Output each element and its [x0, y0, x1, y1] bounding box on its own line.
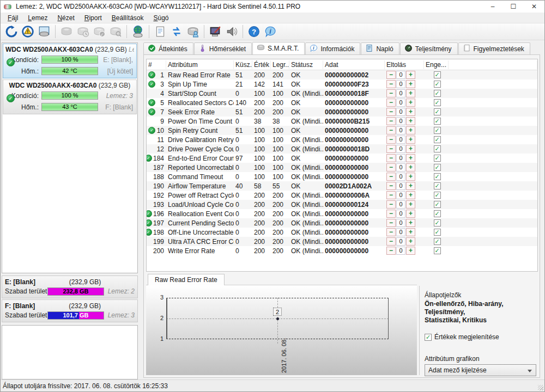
- enabled-checkbox[interactable]: ✓: [434, 90, 441, 97]
- offset-minus-button[interactable]: −: [386, 99, 396, 107]
- smart-attribute-row[interactable]: ✓198Off-Line Uncorrectable ...0200200OK …: [147, 228, 537, 237]
- smart-attribute-row[interactable]: 200Write Error Rate0200200OK (Mindi...00…: [147, 246, 537, 255]
- enabled-checkbox[interactable]: ✓: [434, 192, 441, 199]
- offset-plus-button[interactable]: +: [406, 247, 415, 255]
- info-icon[interactable]: i: [262, 24, 278, 39]
- help-icon[interactable]: ?: [246, 24, 262, 39]
- offset-minus-button[interactable]: −: [386, 237, 396, 246]
- smart-attribute-row[interactable]: 11Drive Calibration Retry ...0100100OK (…: [147, 135, 537, 144]
- offset-minus-button[interactable]: −: [386, 200, 396, 209]
- offset-minus-button[interactable]: −: [386, 191, 396, 199]
- smart-attribute-row[interactable]: 187Reported Uncorrectabl...0100100OK (Mi…: [147, 163, 537, 172]
- column-header[interactable]: Érték: [252, 60, 271, 69]
- checkbox-icon[interactable]: ✓: [425, 334, 432, 341]
- offset-minus-button[interactable]: −: [386, 154, 396, 162]
- enabled-checkbox[interactable]: ✓: [434, 164, 441, 171]
- tab-figyelmeztetesek[interactable]: Figyelmeztetések: [458, 42, 530, 54]
- smart-attribute-row[interactable]: ✓7Seek Error Rate51200200OK000000000000−…: [147, 107, 537, 117]
- offset-plus-button[interactable]: +: [406, 210, 415, 218]
- smart-attribute-row[interactable]: 12Drive Power Cycle Count0100100OK (Mind…: [147, 144, 537, 154]
- column-header[interactable]: Eltolás: [385, 60, 424, 69]
- offset-plus-button[interactable]: +: [406, 182, 415, 190]
- smart-attribute-row[interactable]: ✓10Spin Retry Count51100100OK00000000000…: [147, 126, 537, 135]
- enabled-checkbox[interactable]: ✓: [434, 219, 441, 226]
- enabled-checkbox[interactable]: ✓: [434, 229, 441, 236]
- offset-plus-button[interactable]: +: [406, 108, 415, 116]
- offset-plus-button[interactable]: +: [406, 237, 415, 246]
- menu-item-fajl[interactable]: Fájl: [3, 13, 23, 23]
- maximize-button[interactable]: ☐: [503, 1, 524, 13]
- enabled-checkbox[interactable]: ✓: [434, 71, 441, 78]
- smart-attribute-row[interactable]: 188Command Timeout0100100OK (Mindi...000…: [147, 172, 537, 181]
- offset-plus-button[interactable]: +: [406, 80, 415, 88]
- tab-naplo[interactable]: Napló: [361, 42, 399, 54]
- offset-minus-button[interactable]: −: [386, 126, 396, 134]
- offset-plus-button[interactable]: +: [406, 191, 415, 199]
- tab-attekintes[interactable]: Áttekintés: [143, 42, 193, 54]
- enabled-checkbox[interactable]: ✓: [434, 136, 441, 143]
- offset-minus-button[interactable]: −: [386, 219, 396, 227]
- enabled-checkbox[interactable]: ✓: [434, 173, 441, 180]
- disk-panel-2[interactable]: WDC WD2500AAKX-603CA0 (232,9 GB) ✓Kondíc…: [3, 79, 137, 114]
- report-icon[interactable]: [152, 24, 168, 39]
- offset-minus-button[interactable]: −: [386, 80, 396, 88]
- column-header[interactable]: Adat: [323, 60, 385, 69]
- offset-minus-button[interactable]: −: [386, 145, 396, 153]
- offset-plus-button[interactable]: +: [406, 89, 415, 97]
- refresh-data-icon[interactable]: [168, 24, 185, 39]
- offset-plus-button[interactable]: +: [406, 163, 415, 171]
- offset-minus-button[interactable]: −: [386, 163, 396, 171]
- smart-table-header[interactable]: #AttribútumKüsz...ÉrtékLegr...StátuszAda…: [147, 59, 537, 70]
- offset-plus-button[interactable]: +: [406, 71, 415, 79]
- offset-plus-button[interactable]: +: [406, 117, 415, 125]
- graph-mode-select[interactable]: Adat mező kijelzése: [425, 364, 536, 376]
- offset-minus-button[interactable]: −: [386, 210, 396, 218]
- offset-plus-button[interactable]: +: [406, 154, 415, 162]
- offset-plus-button[interactable]: +: [406, 200, 415, 209]
- surface-test-icon[interactable]: [207, 24, 223, 39]
- minimize-button[interactable]: –: [482, 1, 503, 13]
- enabled-checkbox[interactable]: ✓: [434, 155, 441, 162]
- smart-attribute-row[interactable]: 193Load/Unload Cycle Cou...0200200OK (Mi…: [147, 200, 537, 209]
- enabled-checkbox[interactable]: ✓: [434, 118, 441, 125]
- volume-panel-2[interactable]: F: [Blank](232,9 GB)Szabad terület101,7 …: [2, 299, 138, 322]
- menu-item-riport[interactable]: Riport: [80, 13, 107, 23]
- enabled-checkbox[interactable]: ✓: [434, 201, 441, 208]
- menu-item-nezet[interactable]: Nézet: [52, 13, 79, 23]
- offset-plus-button[interactable]: +: [406, 99, 415, 107]
- offset-plus-button[interactable]: +: [406, 126, 415, 134]
- enabled-checkbox[interactable]: ✓: [434, 108, 441, 115]
- offset-minus-button[interactable]: −: [386, 247, 396, 255]
- smart-attribute-row[interactable]: 4Start/Stop Count0100100OK (Mindi...0000…: [147, 89, 537, 98]
- resize-grip[interactable]: [538, 385, 543, 390]
- offset-minus-button[interactable]: −: [386, 136, 396, 144]
- column-header[interactable]: Legr...: [271, 60, 289, 69]
- column-header[interactable]: #: [147, 60, 166, 69]
- close-button[interactable]: ✕: [524, 1, 544, 13]
- tab-teljesitmeny[interactable]: Teljesítmény: [400, 42, 458, 54]
- smart-attribute-row[interactable]: 190Airflow Temperature405855OK00002D1A00…: [147, 181, 537, 191]
- menu-item-lemez[interactable]: Lemez: [23, 13, 52, 23]
- smart-attribute-row[interactable]: 9Power On Time Count03838OK (Mindi...000…: [147, 117, 537, 126]
- enabled-checkbox[interactable]: ✓: [434, 81, 441, 88]
- offset-plus-button[interactable]: +: [406, 145, 415, 153]
- show-values-checkbox[interactable]: ✓ Értékek megjelenítése: [425, 333, 538, 341]
- volume-panel-1[interactable]: E: [Blank](232,9 GB)Szabad terület232,8 …: [2, 275, 138, 298]
- chart-tab[interactable]: Raw Read Error Rate: [148, 274, 225, 285]
- refresh-icon[interactable]: [3, 24, 20, 39]
- offset-minus-button[interactable]: −: [386, 173, 396, 181]
- smart-attribute-row[interactable]: ✓184End-to-End Error Count97100100OK0000…: [147, 154, 537, 163]
- offset-minus-button[interactable]: −: [386, 117, 396, 125]
- column-header[interactable]: Státusz: [289, 60, 323, 69]
- offset-plus-button[interactable]: +: [406, 219, 415, 227]
- share-icon[interactable]: [185, 24, 201, 39]
- enabled-checkbox[interactable]: ✓: [434, 127, 441, 134]
- menu-item-sugo[interactable]: Súgó: [148, 13, 173, 23]
- offset-plus-button[interactable]: +: [406, 136, 415, 144]
- enabled-checkbox[interactable]: ✓: [434, 182, 441, 189]
- offset-minus-button[interactable]: −: [386, 228, 396, 236]
- enabled-checkbox[interactable]: ✓: [434, 210, 441, 217]
- enabled-checkbox[interactable]: ✓: [434, 247, 441, 254]
- offset-minus-button[interactable]: −: [386, 108, 396, 116]
- disk-monitor-icon[interactable]: [36, 24, 52, 39]
